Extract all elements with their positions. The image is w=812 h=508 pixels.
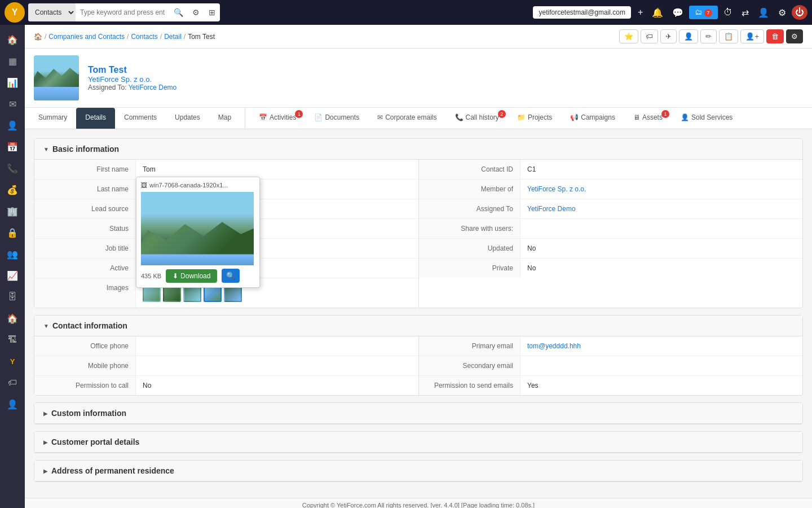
tab-activities[interactable]: 📅 Activities 1 xyxy=(250,108,305,129)
projects-icon: 📁 xyxy=(517,113,526,121)
sidebar-item-leads[interactable]: 📈 xyxy=(2,265,23,286)
sidebar-item-tag[interactable]: 🏷 xyxy=(2,373,23,393)
sidebar-item-money[interactable]: 💰 xyxy=(2,179,23,200)
member-of-label: Member of xyxy=(419,179,520,199)
contact-info-left: Office phone Mobile phone Permission to … xyxy=(34,336,418,395)
campaigns-icon: 📢 xyxy=(570,113,579,121)
settings-button[interactable]: ⚙ xyxy=(775,5,789,20)
activities-badge: 1 xyxy=(295,110,303,118)
tab-summary[interactable]: Summary xyxy=(29,108,76,129)
record-company[interactable]: YetiForce Sp. z o.o. xyxy=(88,75,176,84)
sidebar-item-security[interactable]: 🔒 xyxy=(2,222,23,243)
field-mobile-phone: Mobile phone xyxy=(34,356,418,376)
search-advanced-button[interactable]: ⚙ xyxy=(188,8,204,17)
tab-campaigns[interactable]: 📢 Campaigns xyxy=(561,108,624,129)
tab-corporate-emails[interactable]: ✉ Corporate emails xyxy=(368,108,445,129)
tab-documents[interactable]: 📄 Documents xyxy=(305,108,368,129)
breadcrumb-companies[interactable]: Companies and Contacts xyxy=(48,33,125,41)
tab-call-history[interactable]: 📞 Call history 2 xyxy=(446,108,508,129)
tab-assets[interactable]: 🖥 Assets 1 xyxy=(624,108,672,129)
search-input[interactable] xyxy=(76,3,169,21)
sidebar-item-calendar[interactable]: 📅 xyxy=(2,137,23,157)
updated-label: Updated xyxy=(419,239,520,258)
sidebar-item-reports[interactable]: 📊 xyxy=(2,72,23,93)
assets-badge: 1 xyxy=(661,110,669,118)
office-phone-value xyxy=(136,336,418,356)
messages-button[interactable]: 💬 xyxy=(669,5,687,20)
badge-button[interactable]: 🗂 7 xyxy=(689,6,718,19)
permission-send-emails-value: Yes xyxy=(520,376,802,395)
address-header[interactable]: ▶ Address of permanent residence xyxy=(34,461,802,481)
tab-comments[interactable]: Comments xyxy=(115,108,166,129)
add-user-button[interactable]: 👤+ xyxy=(740,29,764,43)
sidebar-item-contacts[interactable]: 👤 xyxy=(2,115,23,135)
sidebar-item-yeti[interactable]: Y xyxy=(2,351,23,371)
sidebar-item-dashboard[interactable]: ▦ xyxy=(2,51,23,71)
breadcrumb-sep-3: / xyxy=(160,33,162,41)
sidebar-item-home[interactable]: 🏠 xyxy=(2,29,23,50)
edit-button[interactable]: ✏ xyxy=(700,29,717,43)
tab-projects[interactable]: 📁 Projects xyxy=(508,108,561,129)
sidebar-item-buildings2[interactable]: 🏗 xyxy=(2,330,23,350)
sold-services-icon: 👤 xyxy=(681,113,689,121)
sidebar-item-email[interactable]: ✉ xyxy=(2,94,23,114)
section-toggle-custom: ▶ xyxy=(43,410,48,417)
basic-info-right: Contact ID C1 Member of YetiForce Sp. z … xyxy=(418,160,802,308)
permission-call-value: No xyxy=(136,376,418,395)
assigned-to-link[interactable]: YetiForce Demo xyxy=(129,84,177,91)
follow-button[interactable]: ⭐ xyxy=(619,29,638,43)
status-label: Status xyxy=(34,219,136,238)
permissions-button[interactable]: 👤 xyxy=(679,29,698,43)
sidebar-item-user2[interactable]: 👤 xyxy=(2,394,23,414)
download-button[interactable]: ⬇ Download xyxy=(166,269,217,283)
add-button[interactable]: + xyxy=(634,5,646,20)
nav-icon-group: + 🔔 💬 🗂 7 ⏱ ⇄ 👤 ⚙ ⏻ xyxy=(634,5,807,20)
tab-sold-services[interactable]: 👤 Sold Services xyxy=(672,108,742,129)
customer-portal-header[interactable]: ▶ Customer portal details xyxy=(34,432,802,453)
sidebar-item-phone[interactable]: 📞 xyxy=(2,158,23,178)
history-button[interactable]: ⏱ xyxy=(720,5,736,20)
assigned-to-value-link[interactable]: YetiForce Demo xyxy=(527,205,576,213)
search-submit-button[interactable]: 🔍 xyxy=(169,8,188,17)
mobile-phone-value xyxy=(136,356,418,375)
custom-info-header[interactable]: ▶ Custom information xyxy=(34,403,802,424)
sidebar-item-home2[interactable]: 🏠 xyxy=(2,308,23,329)
breadcrumb-home[interactable]: 🏠 xyxy=(34,33,42,41)
logout-button[interactable]: ⏻ xyxy=(792,5,807,20)
field-assigned-to: Assigned To YetiForce Demo xyxy=(419,199,802,219)
tab-updates[interactable]: Updates xyxy=(166,108,209,129)
notifications-button[interactable]: 🔔 xyxy=(648,5,667,20)
tab-details[interactable]: Details xyxy=(76,108,115,129)
field-permission-send-emails: Permission to send emails Yes xyxy=(419,376,802,395)
sidebar-item-buildings[interactable]: 🏢 xyxy=(2,201,23,221)
primary-email-label: Primary email xyxy=(419,336,520,356)
copy-button[interactable]: 📋 xyxy=(719,29,738,43)
search-module-select[interactable]: Contacts xyxy=(28,3,76,21)
tags-button[interactable]: 🏷 xyxy=(641,29,658,43)
section-toggle-address: ▶ xyxy=(43,468,48,474)
search-grid-button[interactable]: ⊞ xyxy=(204,8,220,17)
sidebar-item-database[interactable]: 🗄 xyxy=(2,287,23,307)
view-button[interactable]: 🔍 xyxy=(222,269,240,283)
footer-copyright: Copyright © YetiForce.com All rights res… xyxy=(34,502,803,508)
breadcrumb-detail[interactable]: Detail xyxy=(164,33,182,41)
field-share-users: Share with users: xyxy=(419,219,802,239)
profile-button[interactable]: 👤 xyxy=(754,5,773,20)
member-of-link[interactable]: YetiForce Sp. z o.o. xyxy=(527,185,586,193)
breadcrumb: 🏠 / Companies and Contacts / Contacts / … xyxy=(25,25,812,49)
send-button[interactable]: ✈ xyxy=(660,29,677,43)
contact-info-header[interactable]: ▼ Contact information xyxy=(34,316,802,336)
breadcrumb-contacts[interactable]: Contacts xyxy=(131,33,157,41)
filesize-label: 435 KB xyxy=(141,273,161,279)
more-button[interactable]: ⚙ xyxy=(786,29,803,43)
sidebar-item-team[interactable]: 👥 xyxy=(2,244,23,264)
main-content-area: 🏠 / Companies and Contacts / Contacts / … xyxy=(25,25,812,508)
tab-map[interactable]: Map xyxy=(209,108,240,129)
custom-info-title: Custom information xyxy=(51,409,126,418)
documents-icon: 📄 xyxy=(314,113,323,121)
delete-button[interactable]: 🗑 xyxy=(766,29,784,43)
basic-info-header[interactable]: ▼ Basic information xyxy=(34,139,802,160)
active-label: Active xyxy=(34,259,136,278)
switch-button[interactable]: ⇄ xyxy=(738,5,752,20)
primary-email-link[interactable]: tom@yedddd.hhh xyxy=(527,342,581,350)
